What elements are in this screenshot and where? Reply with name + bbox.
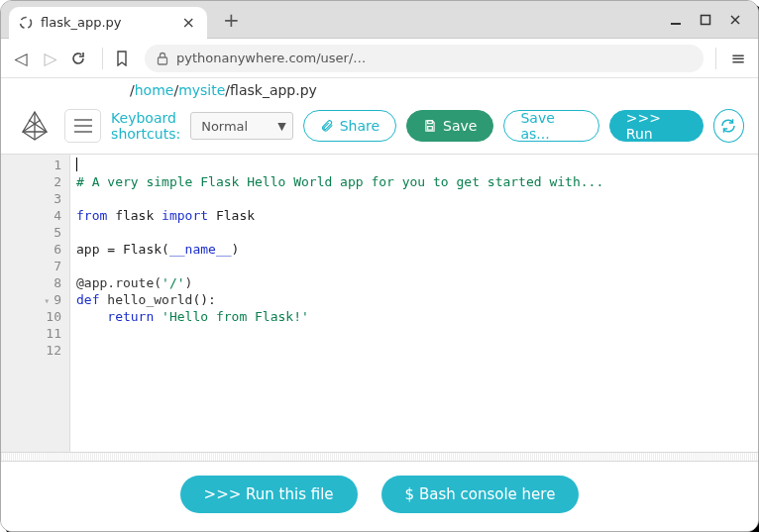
line-number: 5 bbox=[1, 224, 61, 241]
code-editor[interactable]: 123456789101112 # A very simple Flask He… bbox=[1, 154, 758, 452]
nav-forward-button: ▷ bbox=[41, 49, 60, 68]
code-area[interactable]: # A very simple Flask Hello World app fo… bbox=[70, 155, 758, 452]
line-number: 11 bbox=[1, 325, 61, 342]
new-tab-button[interactable]: + bbox=[217, 8, 246, 32]
save-label: Save bbox=[443, 118, 477, 134]
url-box[interactable]: pythonanywhere.com/user/… bbox=[145, 45, 704, 72]
svg-rect-6 bbox=[428, 121, 433, 124]
run-this-file-button[interactable]: >>> Run this file bbox=[180, 476, 358, 513]
close-tab-icon[interactable]: × bbox=[182, 13, 195, 32]
line-number: 2 bbox=[1, 173, 61, 190]
separator bbox=[715, 48, 716, 69]
breadcrumb: /home/mysite/flask_app.py bbox=[1, 78, 758, 100]
code-line[interactable]: # A very simple Flask Hello World app fo… bbox=[76, 173, 758, 190]
code-line[interactable]: @app.route('/') bbox=[76, 274, 758, 291]
paperclip-icon bbox=[320, 119, 334, 133]
run-button[interactable]: >>> Run bbox=[609, 110, 704, 142]
editor-mode-value: Normal bbox=[201, 119, 248, 134]
breadcrumb-home[interactable]: home bbox=[135, 82, 174, 98]
code-line[interactable] bbox=[76, 258, 758, 274]
refresh-button[interactable] bbox=[713, 109, 744, 143]
breadcrumb-mysite[interactable]: mysite bbox=[178, 82, 225, 98]
tab-strip: flask_app.py × + bbox=[1, 1, 758, 39]
code-line[interactable]: return 'Hello from Flask!' bbox=[76, 308, 758, 325]
code-line[interactable] bbox=[76, 190, 758, 207]
save-button[interactable]: Save bbox=[406, 110, 493, 142]
tab-favicon-icon bbox=[19, 16, 33, 30]
code-line[interactable]: app = Flask(__name__) bbox=[76, 241, 758, 258]
code-line[interactable] bbox=[76, 157, 758, 173]
site-logo-icon[interactable] bbox=[15, 104, 54, 148]
lock-icon bbox=[157, 52, 168, 65]
page-content: /home/mysite/flask_app.py Keyboa bbox=[1, 78, 758, 531]
svg-point-0 bbox=[21, 17, 32, 28]
share-label: Share bbox=[340, 118, 380, 134]
save-as-button[interactable]: Save as... bbox=[503, 110, 598, 142]
save-as-label: Save as... bbox=[520, 110, 582, 142]
nav-back-button[interactable]: ◁ bbox=[11, 49, 31, 68]
tab-title: flask_app.py bbox=[41, 15, 122, 30]
chevron-down-icon: ▼ bbox=[277, 120, 285, 133]
share-button[interactable]: Share bbox=[303, 110, 396, 142]
line-number: 4 bbox=[1, 207, 61, 224]
line-number: 12 bbox=[1, 342, 61, 359]
hamburger-menu-button[interactable] bbox=[64, 109, 101, 143]
line-number: 8 bbox=[1, 274, 61, 291]
text-cursor bbox=[76, 158, 77, 171]
nav-reload-button[interactable] bbox=[70, 51, 90, 66]
minimize-window-button[interactable] bbox=[661, 5, 691, 35]
keyboard-shortcuts-link[interactable]: Keyboard shortcuts: bbox=[111, 110, 180, 142]
bottom-toolbar: >>> Run this file $ Bash console here bbox=[1, 462, 758, 531]
code-line[interactable]: def hello_world(): bbox=[76, 291, 758, 308]
maximize-window-button[interactable] bbox=[691, 5, 720, 35]
editor-toolbar: Keyboard shortcuts: Normal ▼ Share Save bbox=[1, 100, 758, 154]
line-number: 9 bbox=[1, 291, 61, 308]
resize-handle[interactable] bbox=[1, 452, 758, 462]
url-text: pythonanywhere.com/user/… bbox=[176, 51, 366, 65]
editor-mode-select[interactable]: Normal ▼ bbox=[190, 112, 293, 140]
browser-tab[interactable]: flask_app.py × bbox=[9, 7, 207, 39]
browser-window: flask_app.py × + ◁ ▷ pythonanywhere.co bbox=[0, 0, 759, 532]
save-icon bbox=[423, 119, 437, 133]
code-line[interactable] bbox=[76, 224, 758, 241]
separator bbox=[102, 48, 103, 69]
svg-rect-7 bbox=[428, 127, 433, 130]
line-number-gutter: 123456789101112 bbox=[1, 155, 70, 452]
address-bar: ◁ ▷ pythonanywhere.com/user/… ≡ bbox=[1, 39, 758, 78]
line-number: 7 bbox=[1, 258, 61, 274]
svg-rect-5 bbox=[159, 57, 167, 64]
line-number: 10 bbox=[1, 308, 61, 325]
code-line[interactable] bbox=[76, 325, 758, 342]
bookmark-icon[interactable] bbox=[115, 51, 135, 66]
line-number: 1 bbox=[1, 157, 61, 173]
browser-menu-button[interactable]: ≡ bbox=[728, 48, 748, 68]
breadcrumb-current: flask_app.py bbox=[230, 82, 317, 98]
code-line[interactable] bbox=[76, 342, 758, 359]
close-window-button[interactable] bbox=[720, 5, 750, 35]
line-number: 3 bbox=[1, 190, 61, 207]
run-label: >>> Run bbox=[626, 110, 687, 142]
svg-rect-2 bbox=[702, 15, 710, 24]
line-number: 6 bbox=[1, 241, 61, 258]
bash-console-button[interactable]: $ Bash console here bbox=[381, 476, 580, 513]
code-line[interactable]: from flask import Flask bbox=[76, 207, 758, 224]
